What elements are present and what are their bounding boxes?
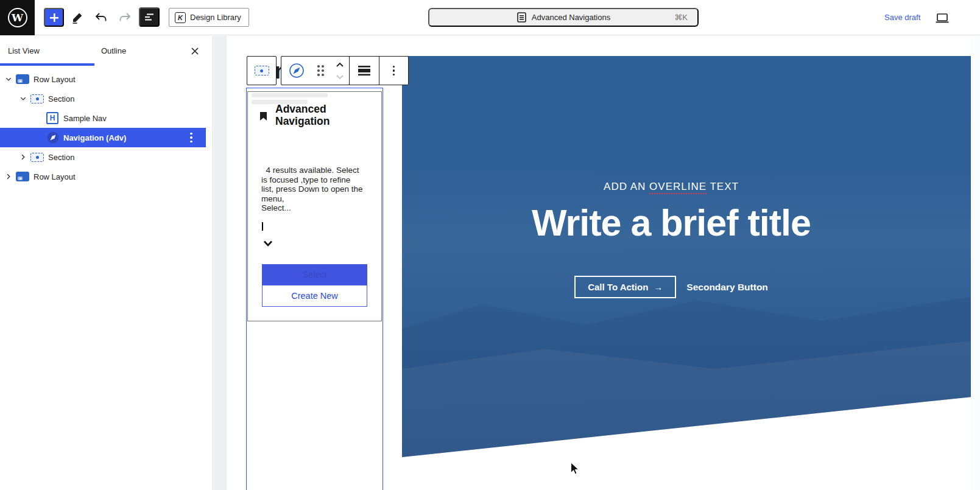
row-layout-icon xyxy=(16,172,29,181)
laptop-icon xyxy=(935,12,950,25)
close-icon xyxy=(191,47,199,55)
overline-text: TEXT xyxy=(707,181,739,192)
wordpress-menu-button[interactable]: W xyxy=(0,0,35,35)
chevron-right-icon[interactable] xyxy=(18,152,28,162)
mouse-cursor xyxy=(570,462,579,477)
tree-item-label: Row Layout xyxy=(33,75,76,84)
navigation-block-type-button[interactable] xyxy=(281,57,312,85)
wordpress-logo-icon: W xyxy=(8,8,27,27)
tree-item-label: Section xyxy=(48,153,74,162)
document-overview-button[interactable] xyxy=(139,7,160,27)
combobox-status-text: 4 results available. Select is focused ,… xyxy=(261,166,370,213)
tree-item-label: Section xyxy=(48,94,74,103)
undo-icon xyxy=(94,11,108,24)
create-new-button[interactable]: Create New xyxy=(262,285,367,307)
text-caret xyxy=(262,222,263,231)
sidebar-tabbar: List View Outline xyxy=(0,36,213,66)
bookmark-icon xyxy=(260,112,267,123)
redo-icon xyxy=(118,11,132,24)
call-to-action-button[interactable]: Call To Action → xyxy=(574,276,676,298)
list-view-icon xyxy=(143,10,156,24)
close-sidebar-button[interactable] xyxy=(186,43,203,59)
kadence-logo-icon: K xyxy=(175,12,186,23)
active-tab-underline xyxy=(0,63,94,66)
design-library-button[interactable]: K Design Library xyxy=(169,8,249,27)
plus-icon xyxy=(49,12,60,23)
overline-misspelled-word: OVERLINE xyxy=(649,181,707,194)
chevron-down-icon xyxy=(336,74,344,80)
command-palette-label: Advanced Navigations xyxy=(532,13,610,22)
chevron-up-icon xyxy=(336,62,344,68)
select-parent-section-button[interactable] xyxy=(247,57,276,85)
kebab-icon xyxy=(190,133,192,143)
justify-icon xyxy=(358,65,371,76)
navigation-adv-icon xyxy=(46,131,60,144)
tree-item-navigation-adv[interactable]: Navigation (Adv) xyxy=(0,128,206,147)
overline-text: ADD AN xyxy=(604,181,649,192)
hero-overline[interactable]: ADD AN OVERLINE TEXT xyxy=(402,181,940,193)
kebab-icon xyxy=(393,66,395,76)
chevron-down-icon[interactable] xyxy=(4,74,13,84)
tree-item-label: Row Layout xyxy=(33,172,76,181)
tab-list-view[interactable]: List View xyxy=(8,36,40,66)
tree-item-label: Sample Nav xyxy=(63,114,107,123)
tree-item-row-layout[interactable]: Row Layout xyxy=(0,69,206,89)
block-mover xyxy=(330,59,350,82)
chevron-down-icon[interactable] xyxy=(18,94,28,103)
tree-item-sample-nav[interactable]: H Sample Nav xyxy=(0,108,206,128)
command-palette[interactable]: Advanced Navigations ⌘K xyxy=(428,8,699,27)
combobox-toggle-button[interactable] xyxy=(261,238,275,249)
preview-button[interactable] xyxy=(933,10,951,26)
redo-button[interactable] xyxy=(116,10,134,26)
hero-section[interactable]: ADD AN OVERLINE TEXT Write a brief title… xyxy=(402,56,971,457)
document-icon xyxy=(516,12,527,23)
save-draft-button[interactable]: Save draft xyxy=(884,13,920,22)
tree-item-options-button[interactable] xyxy=(185,131,197,144)
hero-title[interactable]: Write a brief title xyxy=(402,203,940,242)
tree-item-label: Navigation (Adv) xyxy=(63,133,126,142)
design-library-label: Design Library xyxy=(190,13,241,22)
block-parent-selector xyxy=(247,56,277,85)
move-down-button[interactable] xyxy=(336,71,344,82)
arrow-right-icon: → xyxy=(654,282,663,292)
section-icon xyxy=(30,94,44,103)
block-toolbar xyxy=(281,56,409,85)
pencil-icon xyxy=(71,11,84,24)
list-view-sidebar: List View Outline Row Layout xyxy=(0,36,213,490)
editor-screen: W xyxy=(0,0,980,490)
chevron-down-icon xyxy=(263,240,273,247)
edit-tool-button[interactable] xyxy=(68,10,86,26)
compass-icon xyxy=(289,63,305,79)
block-inserter-button[interactable] xyxy=(44,8,64,27)
tab-outline[interactable]: Outline xyxy=(101,36,126,66)
tree-item-section-1[interactable]: Section xyxy=(0,89,206,108)
tree-item-section-2[interactable]: Section xyxy=(0,147,206,167)
top-toolbar: W xyxy=(0,0,980,35)
undo-button[interactable] xyxy=(92,10,110,26)
row-layout-icon xyxy=(16,74,29,84)
move-up-button[interactable] xyxy=(336,59,344,70)
chevron-right-icon[interactable] xyxy=(4,172,13,181)
sample-nav-icon: H xyxy=(46,112,58,124)
canvas-gutter xyxy=(214,36,227,490)
drag-handle[interactable] xyxy=(312,57,330,85)
section-icon xyxy=(255,66,269,75)
secondary-button[interactable]: Secondary Button xyxy=(686,282,767,293)
canvas-right-rail xyxy=(971,36,980,490)
command-shortcut: ⌘K xyxy=(674,13,688,22)
drag-dots-icon xyxy=(317,65,324,76)
placeholder-title: Advanced Navigation xyxy=(275,103,373,127)
hero-content: ADD AN OVERLINE TEXT Write a brief title… xyxy=(402,56,940,457)
section-icon xyxy=(30,153,44,162)
skeleton-bar xyxy=(252,93,328,97)
hero-buttons-row: Call To Action → Secondary Button xyxy=(402,276,940,298)
select-button[interactable]: Select xyxy=(262,264,367,285)
tree-item-row-layout-2[interactable]: Row Layout xyxy=(0,167,206,186)
justify-alignment-button[interactable] xyxy=(350,57,379,85)
block-options-button[interactable] xyxy=(379,57,408,85)
cta-label: Call To Action xyxy=(588,282,648,292)
